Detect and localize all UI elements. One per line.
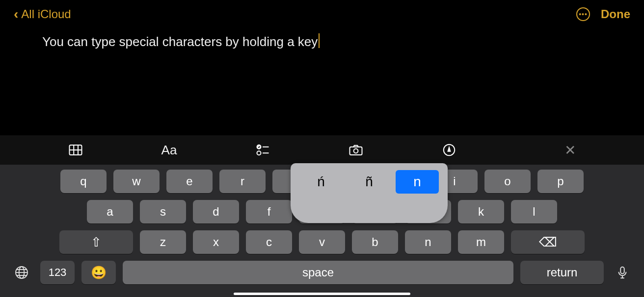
table-icon[interactable] [68,140,83,160]
space-key[interactable]: space [123,261,513,284]
key-e[interactable]: e [166,170,213,193]
key-b[interactable]: b [352,230,398,254]
shift-key[interactable]: ⇧ [59,230,133,254]
back-button[interactable]: ‹ All iCloud [14,7,71,21]
return-key[interactable]: return [520,261,604,284]
back-label: All iCloud [21,7,71,21]
backspace-key[interactable]: ⌫ [511,230,585,254]
key-a[interactable]: a [87,200,133,223]
key-z[interactable]: z [140,230,186,254]
key-x[interactable]: x [193,230,239,254]
home-indicator[interactable] [234,293,410,295]
accent-popup: ńñn [291,163,448,223]
emoji-key[interactable]: 😀 [81,261,116,284]
key-d[interactable]: d [193,200,239,223]
globe-icon[interactable] [10,261,33,284]
text-cursor [319,33,320,48]
key-o[interactable]: o [484,170,531,193]
mic-icon[interactable] [611,261,634,284]
key-row-3: ⇧ zxcvbnm ⌫ [10,230,634,254]
key-v[interactable]: v [299,230,345,254]
svg-point-9 [354,149,358,153]
svg-rect-8 [350,147,362,155]
close-icon[interactable]: ✕ [564,140,576,160]
text-format-icon[interactable]: Aa [161,140,177,160]
key-f[interactable]: f [246,200,292,223]
numbers-key[interactable]: 123 [40,261,75,284]
svg-point-6 [257,151,261,155]
checklist-icon[interactable] [255,140,270,160]
format-bar: Aa ✕ [0,135,644,165]
key-k[interactable]: k [458,200,504,223]
accent-option-n[interactable]: n [396,170,439,194]
note-editor[interactable]: You can type special characters by holdi… [0,25,644,127]
key-row-4: 123 😀 space return [10,261,634,284]
more-icon[interactable]: ••• [576,7,590,21]
markup-icon[interactable] [442,140,456,160]
key-r[interactable]: r [219,170,266,193]
key-w[interactable]: w [113,170,160,193]
accent-option-ñ[interactable]: ñ [348,170,391,194]
key-l[interactable]: l [511,200,557,223]
key-p[interactable]: p [537,170,584,193]
key-n[interactable]: n [405,230,451,254]
nav-bar: ‹ All iCloud ••• Done [0,0,644,25]
key-m[interactable]: m [458,230,504,254]
done-button[interactable]: Done [601,7,630,21]
chevron-left-icon: ‹ [14,7,18,21]
key-s[interactable]: s [140,200,186,223]
key-q[interactable]: q [60,170,107,193]
accent-option-ń[interactable]: ń [299,170,343,194]
key-c[interactable]: c [246,230,292,254]
note-text: You can type special characters by holdi… [42,34,318,49]
keyboard: qwertyuiop asdfghjkl ⇧ zxcvbnm ⌫ 123 😀 s… [0,165,644,297]
svg-rect-14 [620,267,624,274]
camera-icon[interactable] [349,140,363,160]
